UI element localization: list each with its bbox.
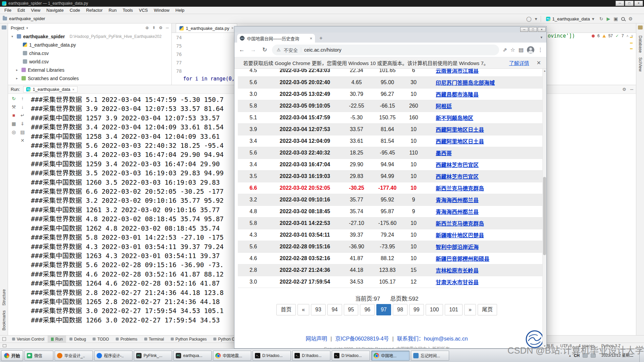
tree-item-china-csv[interactable]: china.csv (8, 49, 171, 57)
tool-window-problems[interactable]: Problems (112, 336, 141, 343)
learn-more-link[interactable]: 了解详情 (509, 59, 529, 66)
menu-item-code[interactable]: Code (67, 7, 83, 13)
soft-wrap-icon[interactable]: ↵ (20, 113, 24, 118)
taskbar-item[interactable]: 中国地... (371, 351, 410, 361)
menu-item-window[interactable]: Window (151, 7, 172, 13)
location-link[interactable]: 甘肃天水市甘谷县 (436, 280, 479, 285)
update-project-icon[interactable]: ↻ (599, 16, 603, 21)
user-icon[interactable]: ◯ (526, 16, 532, 21)
down-stack-icon[interactable]: ↓ (21, 104, 24, 110)
new-tab-button[interactable]: + (318, 35, 324, 42)
close-infobar-icon[interactable]: ✕ (537, 60, 541, 66)
location-link[interactable]: 青海海西州都兰县 (436, 209, 479, 215)
taskbar-item[interactable]: >_D:\Hadoo... (332, 351, 370, 361)
print-icon[interactable]: ▤ (20, 129, 24, 135)
tool-tab-sciview[interactable]: SciView (638, 57, 643, 71)
share-icon[interactable]: ⇗ (502, 47, 507, 53)
taskbar-item[interactable]: 程序设计-.. (94, 351, 132, 361)
tool-window-python-packages[interactable]: Python Packages (167, 336, 210, 343)
menu-item-refactor[interactable]: Refactor (83, 7, 106, 13)
location-link[interactable]: 西藏林芝市巴宜区 (436, 174, 479, 180)
chevron-down-icon[interactable]: ▾ (535, 16, 537, 21)
location-link[interactable]: 西藏阿里地区日土县 (436, 139, 484, 144)
location-link[interactable]: 新不列颠岛地区 (436, 115, 473, 121)
tree-item-scratches[interactable]: ▸ Scratches and Consoles (8, 74, 171, 82)
page-button-98[interactable]: 98 (393, 304, 408, 315)
panel-settings-icon[interactable]: ⚙ (159, 25, 163, 30)
scroll-up-icon[interactable]: ▲ (543, 69, 546, 72)
address-bar[interactable]: ⚠ 不安全 ceic.ac.cn/history (272, 45, 499, 55)
reload-icon[interactable]: ↻ (261, 46, 269, 53)
clear-console-icon[interactable]: ✕ (20, 138, 24, 143)
wrench-icon[interactable]: ⚒ (12, 104, 16, 110)
location-link[interactable]: 云南普洱市江城县 (436, 69, 479, 74)
maximize-button[interactable]: □ (529, 27, 537, 32)
location-link[interactable]: 新疆巴音郭楞州和硕县 (436, 256, 489, 262)
stop-icon[interactable]: ■ (12, 113, 15, 118)
location-link[interactable]: 新西兰克马德克群岛 (436, 186, 484, 191)
search-icon[interactable] (621, 17, 625, 21)
close-button[interactable]: × (634, 1, 643, 6)
collapse-all-icon[interactable]: ⇞ (152, 25, 156, 30)
page-button-93[interactable]: 93 (311, 304, 326, 315)
tree-item-python-file[interactable]: 1_earthquake_data.py (8, 41, 171, 49)
prev-problem-icon[interactable]: ˄ (627, 34, 629, 38)
location-link[interactable]: 青海海西州都兰县 (436, 197, 479, 203)
editor-tab[interactable]: 1_earthquake_data.py × (176, 23, 237, 33)
taskbar-item[interactable]: 微信 (24, 351, 53, 361)
tool-window-debug[interactable]: Debug (66, 336, 89, 343)
footer-link[interactable]: 联系我们：houjm@seis.ac.cn (397, 336, 468, 342)
menu-item-edit[interactable]: Edit (14, 7, 28, 13)
locate-file-icon[interactable]: ⊕ (146, 25, 149, 30)
tool-tab-structure[interactable]: Structure (2, 289, 6, 306)
footer-link[interactable]: 京ICP备06028819-4号 (335, 336, 389, 342)
up-stack-icon[interactable]: ↑ (21, 96, 24, 101)
menu-item-run[interactable]: Run (106, 7, 120, 13)
project-root-row[interactable]: ▾ earthquake_spider D:\Hadoop_PySpark_Py… (8, 32, 171, 41)
maximize-button[interactable]: □ (625, 1, 634, 6)
notifications-icon[interactable] (638, 25, 643, 29)
tool-window-terminal[interactable]: Terminal (141, 336, 167, 343)
location-link[interactable]: 西藏昌都市洛隆县 (436, 92, 479, 98)
taskbar-item[interactable]: >_D:\hadoo... (292, 351, 330, 361)
page-button-97[interactable]: 97 (376, 304, 391, 315)
tree-item-external-libraries[interactable]: ▸ External Libraries (8, 66, 171, 74)
taskbar-item[interactable]: 毕业设计_.. (55, 351, 93, 361)
back-icon[interactable]: ← (238, 47, 246, 53)
page-button-94[interactable]: 94 (327, 304, 342, 315)
tab-search-icon[interactable]: ▾ (540, 35, 542, 40)
tree-item-world-csv[interactable]: world.csv (8, 57, 171, 66)
location-link[interactable]: 新西兰克马德克群岛 (436, 221, 484, 227)
page-button-100[interactable]: 100 (426, 304, 443, 315)
page-button-item[interactable]: » (464, 304, 476, 315)
menu-icon[interactable]: ⋮ (538, 47, 543, 53)
page-button-99[interactable]: 99 (409, 304, 424, 315)
hide-panel-icon[interactable]: ─ (166, 25, 169, 30)
page-button-item[interactable]: « (298, 304, 309, 315)
location-link[interactable]: 西藏林芝市巴宜区 (436, 162, 479, 168)
debug-icon[interactable]: ▣ (613, 16, 618, 21)
taskbar-item[interactable]: 忘记时间... (411, 351, 449, 361)
profile-icon[interactable] (527, 46, 534, 54)
menu-item-navigate[interactable]: Navigate (43, 7, 66, 13)
page-button-item[interactable]: 首页 (276, 304, 296, 315)
rerun-icon[interactable]: ↻ (12, 96, 16, 101)
run-tab[interactable]: PC 1_earthquake_data × (23, 86, 77, 93)
forward-icon[interactable]: → (249, 47, 257, 53)
location-link[interactable]: 智利中部沿岸近海 (436, 244, 479, 250)
location-link[interactable]: 阿根廷 (436, 104, 452, 109)
run-config-selector[interactable]: PC 1_earthquake_data ▾ (544, 15, 596, 22)
menu-item-tools[interactable]: Tools (120, 7, 136, 13)
tool-window-run[interactable]: Run (48, 336, 66, 343)
chevron-down-icon[interactable]: ▾ (26, 26, 28, 30)
tool-tab-database[interactable]: Database (638, 36, 643, 53)
scrollbar-thumb[interactable] (543, 177, 546, 255)
menu-item-vcs[interactable]: VCS (136, 7, 151, 13)
project-tool-icon[interactable] (2, 25, 6, 29)
taskbar-item[interactable]: >_D:\Hadoo... (253, 351, 291, 361)
start-button[interactable]: 开始 (1, 350, 23, 361)
page-button-item[interactable]: 尾页 (478, 304, 497, 315)
browser-tab[interactable]: 中国地震台网——历史查询 × (237, 34, 315, 43)
hide-panel-icon[interactable]: ─ (630, 87, 633, 92)
run-icon[interactable]: ▶ (606, 16, 610, 21)
